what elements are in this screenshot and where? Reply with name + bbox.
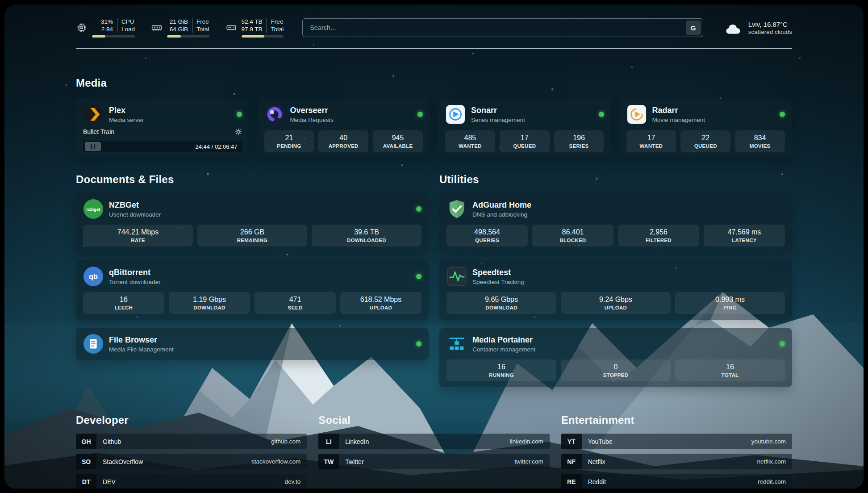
stat-value: 86,401	[534, 228, 612, 236]
bookmark-reddit[interactable]: RERedditreddit.com	[561, 474, 792, 489]
app-name: Overseerr	[290, 106, 413, 115]
bookmark-github[interactable]: GHGithubgithub.com	[76, 434, 307, 449]
stat-rate: 744.21 MbpsRATE	[83, 225, 193, 246]
stat-value: 618.52 Mbps	[342, 296, 420, 304]
section-title-utilities: Utilities	[439, 173, 792, 186]
app-name: Sonarr	[471, 106, 593, 115]
disk-total-label: Total	[267, 25, 284, 33]
bookmark-url: youtube.com	[751, 438, 792, 445]
app-card-filebrowser[interactable]: File Browser Media File Management	[76, 328, 429, 360]
search-engine-button[interactable]: G	[686, 21, 701, 35]
bookmark-abbr: TW	[318, 454, 339, 469]
bookmark-linkedin[interactable]: LILinkedInlinkedin.com	[318, 434, 549, 449]
app-name: Speedtest	[472, 268, 785, 277]
bookmark-name: Reddit	[582, 478, 758, 485]
stats-row: 485WANTED17QUEUED196SERIES	[445, 130, 604, 152]
ram-widget: 21 GiBFree 64 GiBTotal	[151, 18, 209, 38]
app-card-plex[interactable]: Plex Media server Bullet Train	[76, 98, 249, 158]
disk-progress-bar	[242, 35, 284, 38]
stat-available: 945AVAILABLE	[373, 130, 423, 152]
bookmark-abbr: NF	[561, 454, 582, 469]
stat-wanted: 485WANTED	[445, 130, 495, 152]
stat-value: 196	[556, 134, 602, 142]
stat-value: 9.65 Gbps	[448, 296, 555, 304]
stat-value: 16	[677, 363, 783, 371]
stat-label: STOPPED	[563, 372, 669, 378]
stat-seed: 471SEED	[255, 292, 336, 314]
weather-location: Lviv, 16.87°C	[748, 20, 792, 29]
bookmark-url: linkedin.com	[510, 438, 550, 445]
app-card-qbittorrent[interactable]: qb qBittorrent Torrent downloader 16LEEC…	[76, 260, 429, 320]
app-subtitle: Series management	[471, 117, 593, 123]
settings-gear-icon[interactable]	[235, 128, 242, 135]
stat-label: AVAILABLE	[375, 143, 421, 149]
stat-downloaded: 39.6 TBDOWNLOADED	[312, 225, 421, 246]
app-card-portainer[interactable]: Media Portainer Container management 16R…	[439, 328, 792, 387]
app-card-speedtest[interactable]: Speedtest Speedtest Tracking 9.65 GbpsDO…	[439, 260, 792, 320]
stat-label: RATE	[85, 238, 191, 243]
stat-running: 16RUNNING	[447, 359, 556, 381]
app-card-sonarr[interactable]: Sonarr Series management 485WANTED17QUEU…	[438, 98, 611, 158]
stat-upload: 9.24 GbpsUPLOAD	[561, 292, 671, 314]
section-title-media: Media	[76, 77, 792, 89]
status-dot-online	[416, 341, 421, 347]
bookmark-stackoverflow[interactable]: SOStackOverflowstackoverflow.com	[76, 454, 307, 469]
stat-label: WANTED	[628, 143, 675, 149]
pause-button[interactable]	[85, 142, 101, 151]
stat-ping: 0.993 msPING	[675, 292, 785, 314]
status-dot-online	[780, 112, 785, 117]
qbittorrent-icon: qb	[83, 266, 104, 287]
cloud-icon	[723, 21, 743, 34]
stat-label: RUNNING	[448, 372, 555, 378]
documents-column: Documents & Files nzbget NZBGet Usenet d…	[76, 173, 429, 368]
bookmark-abbr: YT	[561, 434, 582, 449]
stat-label: SERIES	[556, 143, 602, 149]
filebrowser-icon	[83, 334, 104, 354]
app-subtitle: Media File Management	[109, 346, 411, 353]
stat-label: UPLOAD	[563, 305, 669, 310]
ram-total: 64 GiB	[167, 25, 192, 33]
bookmark-twitter[interactable]: TWTwittertwitter.com	[318, 454, 549, 469]
app-card-nzbget[interactable]: nzbget NZBGet Usenet downloader 744.21 M…	[76, 193, 429, 252]
stat-value: 47.569 ms	[705, 228, 783, 236]
disk-total: 97.9 TB	[242, 25, 267, 33]
section-title-social: Social	[318, 414, 549, 426]
app-card-adguard[interactable]: AdGuard Home DNS and adblocking 498,564Q…	[439, 193, 792, 252]
entertainment-column: Entertainment YTYouTubeyoutube.comNFNetf…	[561, 414, 792, 489]
bookmark-name: Netflix	[582, 458, 757, 465]
ram-progress-fill	[167, 35, 181, 38]
ram-free-label: Free	[192, 18, 209, 25]
search-input[interactable]	[302, 18, 703, 37]
stat-queued: 17QUEUED	[500, 130, 550, 152]
app-subtitle: Container management	[472, 346, 774, 353]
bookmark-abbr: LI	[318, 434, 339, 449]
dashboard-screen: 31%CPU 2.94Load 21 GiBFree 64 Gi	[4, 4, 864, 489]
bookmark-url: github.com	[271, 438, 307, 445]
stat-blocked: 86,401BLOCKED	[532, 225, 613, 246]
radarr-icon	[626, 104, 647, 125]
app-name: Media Portainer	[472, 335, 774, 345]
stat-queued: 22QUEUED	[680, 130, 730, 152]
status-dot-online	[416, 206, 421, 212]
social-column: Social LILinkedInlinkedin.comTWTwittertw…	[318, 414, 549, 489]
stat-label: PENDING	[266, 143, 313, 149]
app-card-radarr[interactable]: Radarr Movie management 17WANTED22QUEUED…	[619, 98, 793, 158]
status-dot-online	[780, 341, 785, 347]
search-bar: G	[302, 18, 703, 37]
cpu-load-label: Load	[117, 25, 135, 33]
bookmark-youtube[interactable]: YTYouTubeyoutube.com	[561, 434, 792, 449]
bookmark-dev[interactable]: DTDEVdev.to	[76, 474, 307, 489]
app-name: File Browser	[109, 335, 411, 345]
stat-label: QUERIES	[448, 238, 526, 243]
app-card-overseerr[interactable]: Overseerr Media Requests 21PENDING40APPR…	[257, 98, 430, 158]
stat-total: 16TOTAL	[675, 359, 785, 381]
sonarr-icon	[445, 104, 466, 125]
app-subtitle: Torrent downloader	[109, 279, 411, 285]
bookmark-netflix[interactable]: NFNetflixnetflix.com	[561, 454, 792, 469]
stat-value: 0.993 ms	[677, 296, 783, 304]
stats-row: 9.65 GbpsDOWNLOAD9.24 GbpsUPLOAD0.993 ms…	[447, 292, 785, 314]
stat-pending: 21PENDING	[264, 130, 314, 152]
stats-row: 744.21 MbpsRATE266 GBREMAINING39.6 TBDOW…	[83, 225, 421, 246]
stat-download: 9.65 GbpsDOWNLOAD	[447, 292, 556, 314]
stat-value: 17	[628, 134, 675, 142]
